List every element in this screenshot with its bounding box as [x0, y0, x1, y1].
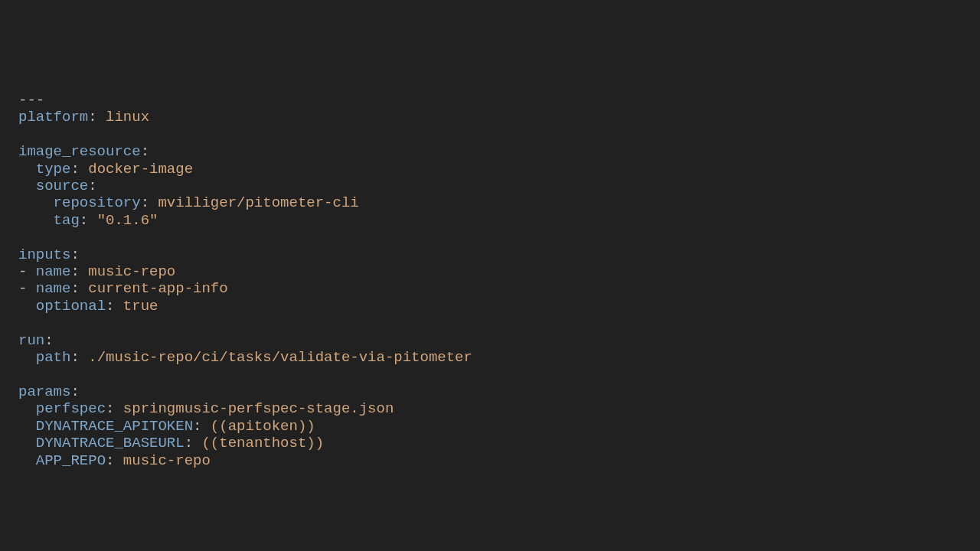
val-input-2: current-app-info	[88, 280, 227, 297]
key-dt-baseurl: DYNATRACE_BASEURL	[36, 435, 185, 452]
val-dt-baseurl: ((tenanthost))	[201, 435, 324, 452]
key-image-resource: image_resource	[18, 143, 141, 160]
key-perfspec: perfspec	[36, 400, 106, 417]
val-repository: mvilliger/pitometer-cli	[158, 194, 358, 211]
yaml-doc-start: ---	[18, 92, 44, 109]
val-app-repo: music-repo	[123, 452, 211, 469]
val-type: docker-image	[88, 161, 193, 178]
val-optional: true	[123, 298, 158, 315]
val-path: ./music-repo/ci/tasks/validate-via-pitom…	[88, 349, 472, 366]
key-dt-apitoken: DYNATRACE_APITOKEN	[36, 418, 193, 435]
val-tag: "0.1.6"	[97, 212, 158, 229]
key-type: type	[36, 161, 71, 178]
val-platform: linux	[106, 109, 149, 126]
key-source: source	[36, 178, 88, 194]
key-path: path	[36, 349, 71, 366]
key-name-2: name	[36, 280, 71, 297]
key-optional: optional	[36, 298, 106, 315]
key-run: run	[18, 332, 44, 349]
yaml-code-block: --- platform: linux image_resource: type…	[0, 0, 980, 469]
val-dt-apitoken: ((apitoken))	[211, 418, 315, 435]
key-app-repo: APP_REPO	[36, 452, 106, 469]
val-input-1: music-repo	[88, 263, 175, 280]
key-inputs: inputs	[18, 246, 70, 263]
key-tag: tag	[54, 212, 80, 229]
val-perfspec: springmusic-perfspec-stage.json	[123, 400, 394, 417]
key-repository: repository	[54, 194, 141, 211]
key-name-1: name	[36, 263, 71, 280]
key-params: params	[18, 383, 70, 400]
key-platform: platform	[18, 109, 88, 126]
